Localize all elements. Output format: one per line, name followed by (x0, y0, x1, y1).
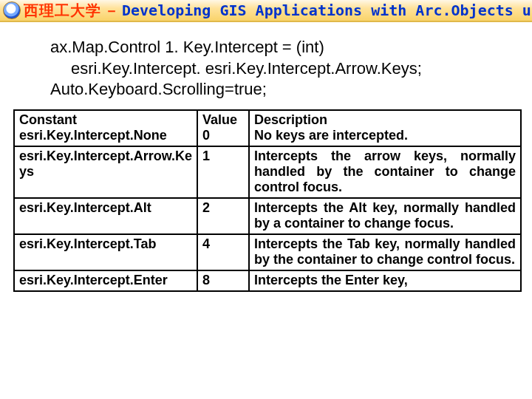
cell-const: esri.Key.Intercept.None (19, 128, 167, 143)
cell-value: 1 (197, 146, 249, 198)
table-row: esri.Key.Intercept.Arrow.Ke ys 1 Interce… (14, 146, 521, 198)
cell-value: 0 (202, 128, 210, 143)
table-row: esri.Key.Intercept.Enter 8 Intercepts th… (14, 270, 521, 291)
table-row: Constant esri.Key.Intercept.None Value 0… (14, 110, 521, 146)
table-container: Constant esri.Key.Intercept.None Value 0… (0, 109, 532, 292)
cell-const: esri.Key.Intercept.Alt (14, 198, 197, 234)
table-row: esri.Key.Intercept.Tab 4 Intercepts the … (14, 234, 521, 270)
cell-const: esri.Key.Intercept.Arrow.Ke ys (14, 146, 197, 198)
cell-desc: Intercepts the Enter key, (249, 270, 521, 291)
slide: 西理工大学 － Developing GIS Applications with… (0, 0, 532, 399)
key-intercept-table: Constant esri.Key.Intercept.None Value 0… (13, 109, 522, 292)
cell-const: esri.Key.Intercept.Tab (14, 234, 197, 270)
header-text: Constant (19, 112, 77, 127)
university-logo-icon (3, 1, 21, 19)
cell-desc: No keys are intercepted. (254, 128, 408, 143)
cell-desc: Intercepts the Tab key, normally handled… (249, 234, 521, 270)
col-header-description: Description No keys are intercepted. (249, 110, 521, 146)
col-header-value: Value 0 (197, 110, 249, 146)
slide-header: 西理工大学 － Developing GIS Applications with… (0, 0, 532, 22)
cell-desc: Intercepts the Alt key, normally handled… (249, 198, 521, 234)
cell-desc: Intercepts the arrow keys, normally hand… (249, 146, 521, 198)
header-separator: － (104, 1, 119, 21)
cell-value: 8 (197, 270, 249, 291)
course-title: Developing GIS Applications with Arc.Obj… (122, 1, 532, 19)
code-line-1: ax.Map.Control 1. Key.Intercept = (int) (50, 37, 510, 58)
header-text: Value (202, 112, 237, 127)
cell-const: esri.Key.Intercept.Enter (14, 270, 197, 291)
code-line-2: esri.Key.Intercept. esri.Key.Intercept.A… (50, 58, 510, 80)
cell-value: 2 (197, 198, 249, 234)
cell-value: 4 (197, 234, 249, 270)
code-line-3: Auto.Keyboard.Scrolling=true; (50, 79, 510, 100)
university-name: 西理工大学 (24, 1, 101, 21)
table-row: esri.Key.Intercept.Alt 2 Intercepts the … (14, 198, 521, 234)
header-text: Description (254, 112, 327, 127)
code-block: ax.Map.Control 1. Key.Intercept = (int) … (0, 22, 532, 109)
col-header-constant: Constant esri.Key.Intercept.None (14, 110, 197, 146)
